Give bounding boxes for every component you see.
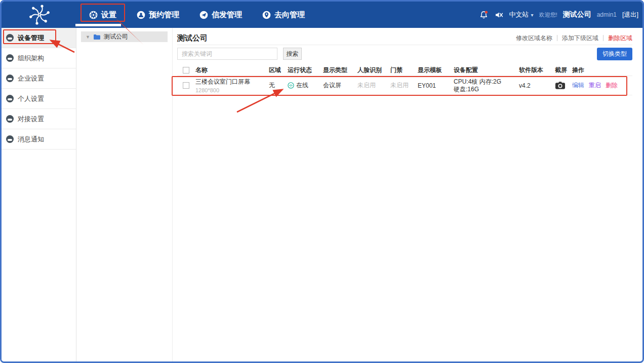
sidebar-item-label: 对接设置 [18,115,44,124]
col-header-name: 名称 [195,66,269,75]
sidebar-item-device-management[interactable]: 设备管理 [2,28,76,48]
col-header-status: 运行状态 [288,66,323,75]
location-pin-icon [262,11,271,19]
cloud-circle-icon [6,95,14,102]
region-actions: 修改区域名称 添加下级区域 删除区域 [511,34,632,43]
cloud-circle-icon [6,135,14,143]
gear-icon [89,11,98,19]
tab-reservation[interactable]: 预约管理 [127,2,189,28]
search-button[interactable]: 搜索 [283,48,302,60]
col-header-screenshot: 截屏 [555,66,572,75]
sidebar-item-enterprise-settings[interactable]: 企业设置 [2,68,76,89]
device-display-template: EY001 [418,82,454,89]
paper-plane-icon [199,11,208,19]
speaker-muted-icon[interactable] [494,10,504,20]
region-tree-panel: ▼ 测试公司 [76,28,173,361]
col-header-face: 人脸识别 [357,66,390,75]
tree-node-label: 测试公司 [104,32,128,41]
tree-node-company[interactable]: ▼ 测试公司 [81,31,168,42]
device-region: 无 [269,81,288,90]
language-label: 中文站 [509,10,529,19]
content-area: 设备管理 组织架构 企业设置 个人设置 对接设置 消息通知 [2,28,642,361]
sidebar-item-label: 组织架构 [18,54,44,63]
logo-icon [28,4,51,26]
device-status-cell: 在线 [288,81,323,90]
device-config-line1: CPU:4核 内存:2G [454,78,519,86]
delete-link[interactable]: 删除 [606,81,618,90]
language-selector[interactable]: 中文站 ▾ [509,10,534,19]
tab-direction-label: 去向管理 [274,10,305,20]
notification-badge [485,11,488,13]
cloud-circle-icon [6,34,14,42]
add-subregion-link[interactable]: 添加下级区域 [557,34,603,43]
select-all-checkbox[interactable] [183,67,189,74]
table-row: 三楼会议室门口屏幕 1280*800 无 在线 会议屏 未启用 [177,76,632,95]
notification-bell-icon[interactable] [479,10,489,20]
sidebar-item-message-notification[interactable]: 消息通知 [2,129,76,150]
sidebar-item-label: 企业设置 [18,74,44,83]
tab-publishing-label: 信发管理 [212,10,242,20]
cloud-circle-icon [6,75,14,82]
sidebar-item-personal-settings[interactable]: 个人设置 [2,89,76,109]
tab-settings-label: 设置 [101,10,116,20]
app-logo [2,4,77,26]
col-header-template: 显示模板 [418,66,454,75]
search-input[interactable] [177,48,277,60]
active-tab-indicator [75,24,121,26]
navbar-right: 中文站 ▾ 欢迎您! 测试公司 admin1 [退出] [479,10,642,20]
col-header-config: 设备配置 [454,66,519,75]
rename-region-link[interactable]: 修改区域名称 [511,34,557,43]
page-title: 测试公司 [177,33,208,43]
main-header: 测试公司 修改区域名称 添加下级区域 删除区域 [177,31,632,45]
col-header-display-type: 显示类型 [323,66,357,75]
company-name: 测试公司 [563,10,591,19]
main-panel: 测试公司 修改区域名称 添加下级区域 删除区域 搜索 切换类型 名称 [173,28,642,361]
col-header-door: 门禁 [390,66,418,75]
logout-button[interactable]: [退出] [622,11,638,19]
triangle-down-icon[interactable]: ▼ [86,34,90,40]
cloud-circle-icon [6,115,14,123]
row-actions: 编辑 重启 删除 [572,81,632,90]
current-username: admin1 [597,11,617,18]
device-resolution: 1280*800 [195,87,269,93]
device-face-recognition: 未启用 [357,81,390,90]
app-window: 设置 预约管理 信发管理 [0,0,644,363]
row-checkbox[interactable] [183,82,189,89]
sidebar-item-label: 消息通知 [18,135,44,144]
col-header-version: 软件版本 [519,66,555,75]
device-status-label: 在线 [296,81,308,90]
restart-link[interactable]: 重启 [589,81,601,90]
cloud-circle-icon [6,54,14,62]
chevron-down-icon: ▾ [531,12,534,18]
sidebar-item-organization[interactable]: 组织架构 [2,48,76,68]
sidebar-item-label: 设备管理 [18,33,44,43]
device-software-version: v4.2 [519,82,555,89]
switch-type-button[interactable]: 切换类型 [597,48,632,60]
navbar: 设置 预约管理 信发管理 [2,2,642,28]
camera-icon[interactable] [555,81,566,90]
sidebar-item-label: 个人设置 [18,94,44,103]
edit-link[interactable]: 编辑 [572,81,584,90]
device-config-line2: 硬盘:16G [454,86,519,93]
delete-region-link[interactable]: 删除区域 [603,34,632,43]
person-icon [137,11,145,19]
table-header-row: 名称 区域 运行状态 显示类型 人脸识别 门禁 显示模板 设备配置 软件版本 截… [177,65,632,76]
tab-direction[interactable]: 去向管理 [252,2,315,28]
sidebar: 设备管理 组织架构 企业设置 个人设置 对接设置 消息通知 [2,28,76,361]
welcome-text: 欢迎您! [539,11,557,19]
device-access-control: 未启用 [390,81,418,90]
device-table: 名称 区域 运行状态 显示类型 人脸识别 门禁 显示模板 设备配置 软件版本 截… [177,65,632,95]
device-name: 三楼会议室门口屏幕 [195,78,269,86]
device-name-cell: 三楼会议室门口屏幕 1280*800 [195,78,269,93]
toolbar: 搜索 切换类型 [177,48,632,60]
sidebar-item-integration-settings[interactable]: 对接设置 [2,109,76,129]
col-header-region: 区域 [269,66,288,75]
online-status-icon [288,82,294,89]
tab-publishing[interactable]: 信发管理 [189,2,252,28]
device-display-type: 会议屏 [323,81,357,90]
col-header-actions: 操作 [572,66,632,75]
tab-reservation-label: 预约管理 [149,10,179,20]
device-config-cell: CPU:4核 内存:2G 硬盘:16G [454,78,519,93]
folder-icon [93,34,101,40]
